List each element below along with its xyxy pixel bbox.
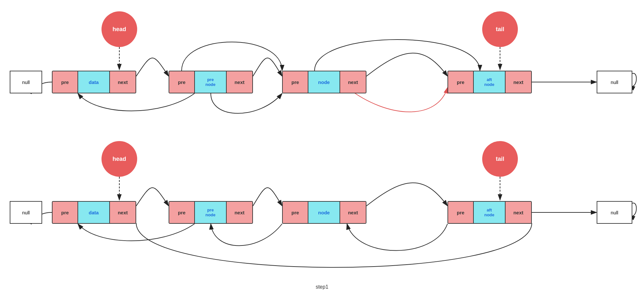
bottom-node-2: pre pre node next [169, 201, 253, 224]
bottom-node-4: pre aft node next [447, 201, 532, 224]
bottom-node-3-pre: pre [283, 202, 308, 223]
tail-circle-bottom: tail [482, 141, 518, 177]
top-node-1: pre data next [52, 71, 136, 93]
top-node-1-next: next [110, 71, 136, 93]
bottom-node-1-pre: pre [53, 202, 78, 223]
top-node-2-next: next [227, 71, 252, 93]
top-node-4-next: next [506, 71, 531, 93]
top-node-4: pre aft node next [447, 71, 532, 93]
top-node-2-prenode: pre node [195, 71, 227, 93]
bottom-node-1-data: data [78, 202, 110, 223]
bottom-node-2-prenode: pre node [195, 202, 227, 223]
top-node-2-pre: pre [169, 71, 195, 93]
top-node-2: pre pre node next [169, 71, 253, 93]
diagram-container: step1 head tail null null pre data next … [0, 0, 644, 299]
bottom-node-2-next: next [227, 202, 252, 223]
null-box-top-right: null [597, 71, 632, 93]
top-node-3: pre node next [282, 71, 366, 93]
diagram-svg: step1 [0, 0, 644, 299]
tail-circle-top: tail [482, 11, 518, 47]
null-box-top-left: null [10, 71, 42, 93]
top-node-3-node: node [308, 71, 340, 93]
top-node-1-pre: pre [53, 71, 78, 93]
bottom-node-3-node: node [308, 202, 340, 223]
top-node-4-pre: pre [448, 71, 474, 93]
svg-text:step1: step1 [316, 284, 328, 290]
bottom-node-4-aftnode: aft node [474, 202, 506, 223]
null-box-bottom-right: null [597, 201, 632, 224]
top-node-1-data: data [78, 71, 110, 93]
bottom-node-2-pre: pre [169, 202, 195, 223]
top-node-4-aftnode: aft node [474, 71, 506, 93]
head-circle-top: head [101, 11, 137, 47]
top-node-3-pre: pre [283, 71, 308, 93]
bottom-node-3-next: next [340, 202, 366, 223]
null-box-bottom-left: null [10, 201, 42, 224]
bottom-node-3: pre node next [282, 201, 366, 224]
head-circle-bottom: head [101, 141, 137, 177]
bottom-node-4-next: next [506, 202, 531, 223]
bottom-node-1-next: next [110, 202, 136, 223]
top-node-3-next: next [340, 71, 366, 93]
bottom-node-4-pre: pre [448, 202, 474, 223]
bottom-node-1: pre data next [52, 201, 136, 224]
